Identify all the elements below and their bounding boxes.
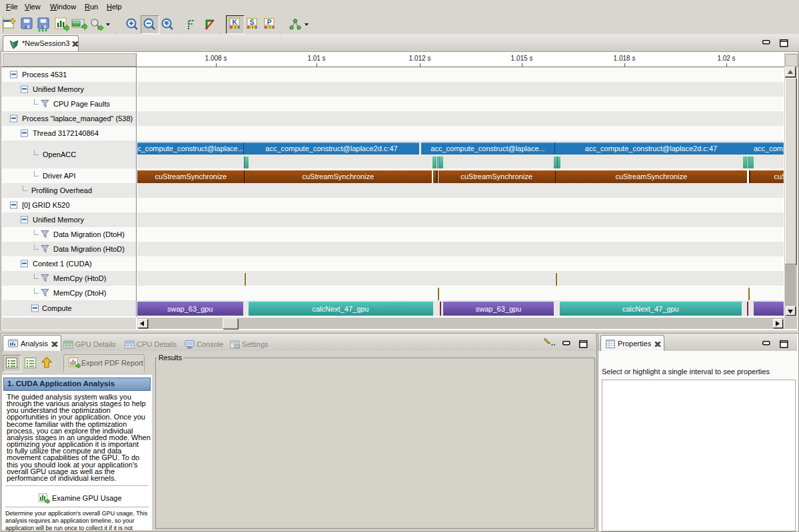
svg-text:P: P xyxy=(267,19,272,26)
svg-text:S: S xyxy=(250,19,255,26)
svg-text:K: K xyxy=(232,19,237,26)
